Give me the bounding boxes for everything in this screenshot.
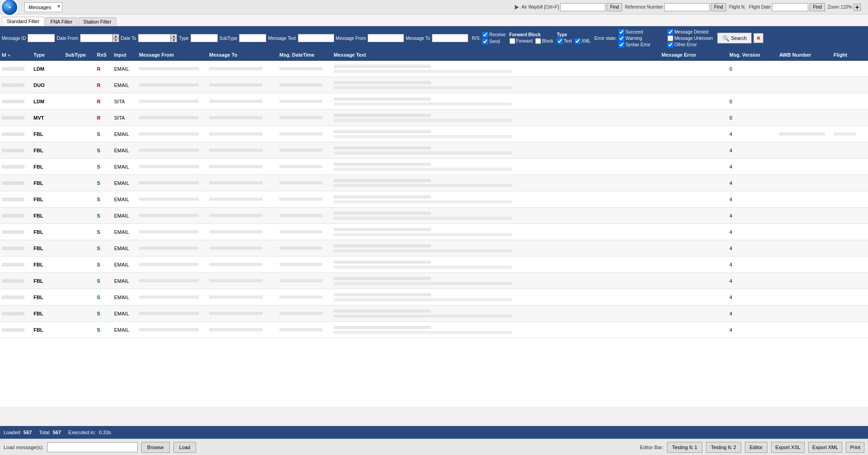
other-error-checkbox[interactable] bbox=[667, 42, 673, 48]
export-xsl-button[interactable]: Export XSL bbox=[771, 442, 805, 453]
col-subtype[interactable]: SubType bbox=[63, 51, 95, 58]
type-input[interactable] bbox=[191, 34, 218, 42]
col-msg-datetime[interactable]: Msg. DateTime bbox=[278, 51, 332, 58]
table-row[interactable]: FBLSEMAIL4 bbox=[0, 322, 868, 338]
messages-close-icon[interactable]: × bbox=[57, 3, 60, 10]
col-msg-to[interactable]: Message To bbox=[207, 51, 278, 58]
message-denied-checkbox[interactable] bbox=[667, 29, 673, 35]
zoom-plus-button[interactable]: + bbox=[854, 4, 861, 11]
cell-rxs: S bbox=[95, 322, 112, 338]
table-row[interactable]: FBLSEMAIL4 bbox=[0, 175, 868, 191]
date-to-input[interactable]: 10.06.2024 bbox=[138, 34, 171, 42]
station-filter-tab[interactable]: Station Filter bbox=[78, 17, 116, 26]
table-row[interactable]: DUOREMAIL bbox=[0, 77, 868, 93]
table-row[interactable]: FBLSEMAIL4 bbox=[0, 289, 868, 305]
forward-checkbox-group[interactable]: Forward bbox=[509, 38, 533, 44]
date-from-down[interactable]: ▼ bbox=[113, 38, 119, 42]
reference-number-input[interactable] bbox=[664, 3, 710, 11]
table-row[interactable]: FBLSEMAIL4 bbox=[0, 126, 868, 142]
date-to-down[interactable]: ▼ bbox=[171, 38, 177, 42]
warning-checkbox-group[interactable]: Warning bbox=[619, 35, 664, 41]
send-checkbox[interactable] bbox=[482, 39, 488, 44]
forward-icon[interactable] bbox=[515, 5, 519, 10]
col-msg-version[interactable]: Msg. Version bbox=[728, 51, 777, 58]
succeed-checkbox[interactable] bbox=[619, 29, 624, 35]
message-id-input[interactable] bbox=[28, 34, 55, 42]
load-messages-input[interactable] bbox=[47, 442, 138, 452]
other-error-checkbox-group[interactable]: Other Error bbox=[667, 42, 713, 48]
receive-label[interactable]: Receive bbox=[482, 32, 505, 38]
message-unknown-checkbox[interactable] bbox=[667, 35, 673, 41]
warning-checkbox[interactable] bbox=[619, 35, 624, 41]
date-to-up[interactable]: ▲ bbox=[171, 34, 177, 38]
testing-fc2-button[interactable]: Testing fc 2 bbox=[706, 442, 741, 453]
find2-button[interactable]: Find bbox=[711, 3, 726, 11]
find3-button[interactable]: Find bbox=[810, 3, 825, 11]
browse-button[interactable]: Browse bbox=[141, 442, 170, 453]
message-to-input[interactable] bbox=[432, 34, 468, 42]
cell-msg-text bbox=[332, 93, 660, 109]
testing-fc1-button[interactable]: Testing fc 1 bbox=[667, 442, 702, 453]
table-row[interactable]: LDMRSITA0 bbox=[0, 93, 868, 110]
table-row[interactable]: FBLSEMAIL4 bbox=[0, 273, 868, 289]
col-type[interactable]: Type bbox=[32, 51, 63, 58]
table-row[interactable]: FBLSEMAIL4 bbox=[0, 240, 868, 257]
search-button[interactable]: 🔍 Search bbox=[717, 33, 752, 44]
date-from-up[interactable]: ▲ bbox=[113, 34, 119, 38]
col-msg-error[interactable]: Message Error bbox=[660, 51, 728, 58]
cell-flight bbox=[832, 93, 868, 109]
zoom-value: 110% bbox=[840, 5, 852, 10]
find1-button[interactable]: Find bbox=[607, 3, 622, 11]
send-label[interactable]: Send bbox=[482, 39, 505, 44]
col-id[interactable]: Id ▲ bbox=[0, 51, 32, 58]
block-checkbox[interactable] bbox=[535, 38, 541, 44]
cell-subtype bbox=[63, 61, 95, 77]
block-checkbox-group[interactable]: Block bbox=[535, 38, 553, 44]
standard-filter-tab[interactable]: Standard Filter bbox=[2, 17, 44, 26]
load-button[interactable]: Load bbox=[173, 442, 196, 453]
message-text-input[interactable] bbox=[298, 34, 334, 42]
forward-checkbox[interactable] bbox=[509, 38, 515, 44]
table-row[interactable]: LDMREMAIL0 bbox=[0, 61, 868, 77]
table-row[interactable]: FBLSEMAIL4 bbox=[0, 191, 868, 208]
table-row[interactable]: FBLSEMAIL4 bbox=[0, 208, 868, 224]
syntax-error-checkbox-group[interactable]: Syntax Error bbox=[619, 42, 664, 48]
col-msg-text[interactable]: Message Text bbox=[332, 51, 660, 58]
cell-id bbox=[0, 110, 32, 126]
table-row[interactable]: FBLSEMAIL4 bbox=[0, 224, 868, 240]
message-denied-checkbox-group[interactable]: Message Denied bbox=[667, 29, 713, 35]
cell-input: SITA bbox=[112, 110, 137, 126]
subtype-input[interactable] bbox=[239, 34, 266, 42]
fna-filter-tab[interactable]: FNA Filter bbox=[45, 17, 77, 26]
table-row[interactable]: MVTRSITA0 bbox=[0, 110, 868, 126]
cell-input: EMAIL bbox=[112, 191, 137, 207]
receive-checkbox[interactable] bbox=[482, 32, 488, 38]
editor-button[interactable]: Editor bbox=[745, 442, 768, 453]
succeed-checkbox-group[interactable]: Succeed bbox=[619, 29, 664, 35]
text-checkbox[interactable] bbox=[557, 38, 563, 44]
print-button[interactable]: Print bbox=[846, 442, 864, 453]
cell-type: FBL bbox=[32, 208, 63, 223]
xml-checkbox[interactable] bbox=[575, 38, 580, 44]
text-checkbox-group[interactable]: Text bbox=[557, 38, 572, 44]
cell-id bbox=[0, 191, 32, 207]
col-input[interactable]: Input bbox=[112, 51, 137, 58]
flight-date-input[interactable]: 10.06.2024 bbox=[772, 3, 808, 11]
message-unknown-checkbox-group[interactable]: Message Unknown bbox=[667, 35, 713, 41]
syntax-error-checkbox[interactable] bbox=[619, 42, 624, 48]
table-row[interactable]: FBLSEMAIL4 bbox=[0, 305, 868, 322]
col-awb-number[interactable]: AWB Number bbox=[777, 51, 832, 58]
date-from-input[interactable]: 10.06.2024 bbox=[80, 34, 113, 42]
table-row[interactable]: FBLSEMAIL4 bbox=[0, 257, 868, 273]
col-rxs[interactable]: RxS bbox=[95, 51, 112, 58]
clear-button[interactable]: × bbox=[753, 33, 763, 43]
xml-checkbox-group[interactable]: XML bbox=[575, 38, 591, 44]
cell-msg-to bbox=[207, 191, 278, 207]
table-row[interactable]: FBLSEMAIL4 bbox=[0, 142, 868, 159]
col-msg-from[interactable]: Message From bbox=[137, 51, 207, 58]
air-waybill-input[interactable] bbox=[560, 3, 605, 11]
table-row[interactable]: FBLSEMAIL4 bbox=[0, 159, 868, 175]
export-xml-button[interactable]: Export XML bbox=[808, 442, 842, 453]
message-from-input[interactable] bbox=[368, 34, 404, 42]
col-flight[interactable]: Flight bbox=[832, 51, 868, 58]
